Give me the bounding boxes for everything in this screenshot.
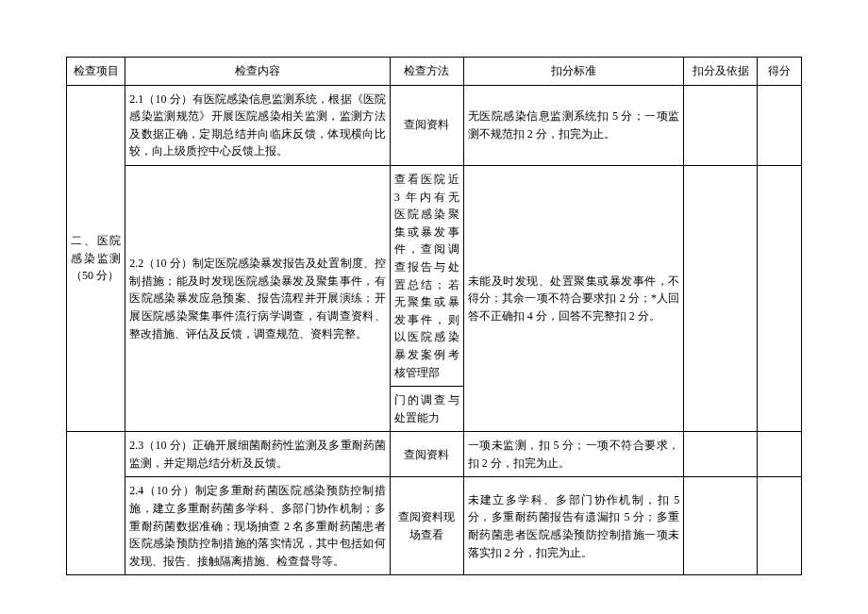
cell-basis — [684, 165, 758, 431]
cell-content: 2.2（10 分）制定医院感染暴发报告及处置制度、控制措施；能及时发现医院感染暴… — [125, 165, 390, 431]
cell-basis — [684, 432, 758, 477]
header-std: 扣分标准 — [463, 58, 684, 86]
cell-score — [758, 477, 802, 575]
inspection-table: 检查项目 检查内容 检查方法 扣分标准 扣分及依据 得分 二、医院感染监测（50… — [66, 57, 802, 575]
section-title-cont — [67, 432, 125, 575]
table-row: 二、医院感染监测（50 分） 2.1（10 分）有医院感染信息监测系统，根据《医… — [67, 85, 802, 165]
cell-method: 查看医院近 3 年内有无医院感染聚集或暴发事件，查阅调查报告与处置总结；若无聚集… — [390, 165, 463, 386]
header-basis: 扣分及依据 — [684, 58, 758, 86]
cell-method: 查阅资料 — [390, 85, 463, 165]
header-row: 检查项目 检查内容 检查方法 扣分标准 扣分及依据 得分 — [67, 58, 802, 86]
cell-method-tail: 门的调查与处置能力 — [390, 387, 463, 432]
cell-method: 查阅资料 — [390, 432, 463, 477]
table-row: 2.4（10 分）制定多重耐药菌医院感染预防控制措施，建立多重耐药菌多学科、多部… — [67, 477, 802, 575]
cell-basis — [684, 85, 758, 165]
header-score: 得分 — [758, 58, 802, 86]
header-content: 检查内容 — [125, 58, 390, 86]
cell-basis — [684, 477, 758, 575]
cell-content: 2.1（10 分）有医院感染信息监测系统，根据《医院感染监测规范》开展医院感染相… — [125, 85, 390, 165]
cell-std: 无医院感染信息监测系统扣 5 分；一项监测不规范扣 2 分，扣完为止。 — [463, 85, 684, 165]
header-item: 检查项目 — [67, 58, 125, 86]
cell-content: 2.4（10 分）制定多重耐药菌医院感染预防控制措施，建立多重耐药菌多学科、多部… — [125, 477, 390, 575]
cell-content: 2.3（10 分）正确开展细菌耐药性监测及多重耐药菌监测，并定期总结分析及反馈。 — [125, 432, 390, 477]
cell-score — [758, 165, 802, 431]
cell-method: 查阅资料现场查看 — [390, 477, 463, 575]
cell-std: 未能及时发现、处置聚集或暴发事件，不得分；其余一项不符合要求扣 2 分；*人回答… — [463, 165, 684, 431]
section-title: 二、医院感染监测（50 分） — [67, 85, 125, 432]
cell-score — [758, 432, 802, 477]
cell-std: 一项未监测，扣 5 分；一项不符合要求，扣 2 分，扣完为止。 — [463, 432, 684, 477]
table-row: 2.3（10 分）正确开展细菌耐药性监测及多重耐药菌监测，并定期总结分析及反馈。… — [67, 432, 802, 477]
cell-std: 未建立多学科、多部门协作机制，扣 5 分，多重耐药菌报告有遗漏扣 5 分；多重耐… — [463, 477, 684, 575]
table-row: 2.2（10 分）制定医院感染暴发报告及处置制度、控制措施；能及时发现医院感染暴… — [67, 165, 802, 386]
cell-score — [758, 85, 802, 165]
header-method: 检查方法 — [390, 58, 463, 86]
